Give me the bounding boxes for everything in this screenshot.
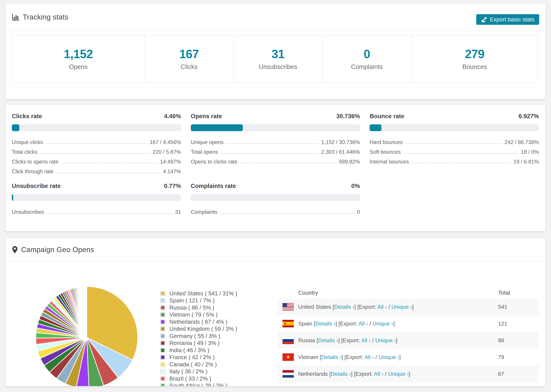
dotted-leader <box>405 143 502 144</box>
tracking-stats-header: Tracking stats <box>5 4 545 31</box>
export-all-link[interactable]: All › <box>365 354 374 360</box>
dotted-leader <box>40 153 150 154</box>
legend-item-netherlands[interactable]: Netherlands ( 67 / 4% ) <box>160 318 237 325</box>
rate-block-clicks-rate: Clicks rate4.46%Unique clicks167 / 4.456… <box>12 113 181 175</box>
legend-swatch <box>160 319 165 324</box>
legend-item-spain[interactable]: Spain ( 121 / 7% ) <box>160 297 237 304</box>
details-link[interactable]: Details › <box>334 304 354 310</box>
legend-item-canada[interactable]: Canada ( 40 / 2% ) <box>160 361 237 368</box>
dotted-leader <box>403 153 518 154</box>
rate-value: 6.927% <box>518 113 539 119</box>
rate-progress-fill <box>12 194 13 201</box>
rate-progress-fill <box>191 124 243 131</box>
geo-table: Country Total United States [Details ›] … <box>278 287 538 386</box>
stat-label: Opens <box>69 63 88 70</box>
rate-progress-bar <box>191 194 360 201</box>
rate-block-opens-rate: Opens rate30.736%Unique opens1,152 / 30.… <box>191 113 360 175</box>
export-all-link[interactable]: All › <box>361 337 371 343</box>
legend-swatch <box>160 334 165 339</box>
export-prefix: Export: <box>359 304 376 310</box>
legend-item-india[interactable]: India ( 46 / 3% ) <box>160 347 237 354</box>
geo-table-row-vn: Vietnam [Details ›] [Export: All › / Uni… <box>278 349 538 365</box>
rate-block-unsubscribe-rate: Unsubscribe rate0.77%Unsubscribes31 <box>12 182 181 215</box>
legend-label: Italy ( 36 / 2% ) <box>170 368 207 375</box>
export-all-link[interactable]: All › <box>377 304 387 310</box>
legend-label: Spain ( 121 / 7% ) <box>170 297 215 304</box>
export-all-link[interactable]: All › <box>374 371 383 377</box>
export-basic-stats-button[interactable]: Export basic stats <box>476 14 539 25</box>
geo-table-row-ru: Russia [Details ›] [Export: All › / Uniq… <box>278 332 538 349</box>
legend-item-south-africa[interactable]: South Africa ( 29 / 2% ) <box>160 382 237 386</box>
tracking-stats-title: Tracking stats <box>12 13 68 21</box>
total-cell: 541 <box>498 304 538 310</box>
export-unique-link[interactable]: Unique › <box>375 337 396 343</box>
legend-item-united-kingdom[interactable]: United Kingdom ( 59 / 3% ) <box>160 325 237 333</box>
country-cell: Russia [Details ›] [Export: All › / Uniq… <box>298 337 498 343</box>
legend-item-italy[interactable]: Italy ( 36 / 2% ) <box>160 368 237 375</box>
geo-body: United States ( 541 / 31% )Spain ( 121 /… <box>5 261 545 386</box>
details-link[interactable]: Details › <box>315 321 335 327</box>
tracking-stats-title-text: Tracking stats <box>23 13 68 21</box>
export-unique-link[interactable]: Unique › <box>373 321 393 327</box>
stat-bounces: 279Bounces <box>411 35 538 83</box>
flag-cell <box>278 370 298 378</box>
dotted-leader <box>220 153 319 154</box>
rate-detail-row: Internal bounces19 / 6.81% <box>370 155 539 165</box>
geo-header: Campaign Geo Opens <box>5 238 545 261</box>
rate-detail-row: Unsubscribes31 <box>12 205 181 215</box>
legend-swatch <box>160 355 165 360</box>
rate-progress-fill <box>370 124 381 131</box>
legend-swatch <box>160 305 165 310</box>
legend-swatch <box>160 312 165 317</box>
rate-title: Clicks rate <box>12 113 42 119</box>
rate-title: Complaints rate <box>191 182 236 189</box>
legend-label: Brazil ( 33 / 2% ) <box>170 375 211 382</box>
export-unique-link[interactable]: Unique › <box>391 304 412 310</box>
rate-detail-row: Opens to clicks rate689.82% <box>191 155 360 165</box>
legend-label: Vietnam ( 79 / 5% ) <box>170 311 218 318</box>
flag-cell <box>278 353 298 361</box>
rate-detail-row: Total clicks220 / 5.87% <box>12 145 181 155</box>
location-pin-icon <box>12 246 18 254</box>
dotted-leader <box>411 163 511 163</box>
legend-item-germany[interactable]: Germany ( 55 / 3% ) <box>160 332 237 340</box>
dotted-leader <box>46 143 147 144</box>
stat-value: 0 <box>364 47 370 61</box>
geo-table-body: United States [Details ›] [Export: All ›… <box>278 298 538 386</box>
legend-swatch <box>160 298 165 303</box>
legend-item-romania[interactable]: Romania ( 49 / 3% ) <box>160 340 237 347</box>
legend-swatch <box>160 348 165 353</box>
rate-progress-bar <box>12 194 181 201</box>
stat-complaints: 0Complaints <box>322 35 411 83</box>
export-unique-link[interactable]: Unique › <box>388 371 409 377</box>
rate-progress-fill <box>12 124 19 131</box>
details-link[interactable]: Details › <box>331 371 351 377</box>
legend-item-brazil[interactable]: Brazil ( 33 / 2% ) <box>160 375 237 382</box>
total-cell: 121 <box>498 321 538 327</box>
country-name: Vietnam <box>298 354 318 360</box>
dotted-leader <box>46 213 173 214</box>
legend-swatch <box>160 376 165 381</box>
export-unique-link[interactable]: Unique › <box>379 354 399 360</box>
flag-cell <box>278 303 298 311</box>
stat-value: 31 <box>272 47 285 61</box>
country-cell: Vietnam [Details ›] [Export: All › / Uni… <box>298 354 498 360</box>
legend-item-vietnam[interactable]: Vietnam ( 79 / 5% ) <box>160 311 237 318</box>
rate-value: 4.46% <box>164 113 181 119</box>
stat-value: 1,152 <box>64 47 93 61</box>
dotted-leader <box>220 213 354 214</box>
details-link[interactable]: Details › <box>321 354 341 360</box>
legend-swatch <box>160 341 165 346</box>
legend-item-united-states[interactable]: United States ( 541 / 31% ) <box>160 290 237 297</box>
rate-title: Opens rate <box>191 113 222 119</box>
export-all-link[interactable]: All › <box>359 321 368 327</box>
legend-item-russia[interactable]: Russia ( 86 / 5% ) <box>160 304 237 311</box>
details-link[interactable]: Details › <box>318 337 338 343</box>
geo-title-text: Campaign Geo Opens <box>21 245 94 254</box>
geo-table-row-nl: Netherlands [Details ›] [Export: All › /… <box>278 365 538 382</box>
geo-table-row-es: Spain [Details ›] [Export: All › / Uniqu… <box>278 315 538 332</box>
legend-item-france[interactable]: France ( 42 / 2% ) <box>160 354 237 361</box>
country-cell: Spain [Details ›] [Export: All › / Uniqu… <box>298 321 498 327</box>
stat-clicks: 167Clicks <box>144 35 234 83</box>
geo-opens-pie-chart[interactable] <box>35 286 139 386</box>
